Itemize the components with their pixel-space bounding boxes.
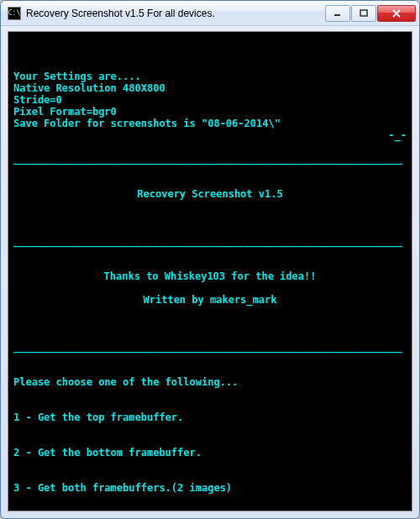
window-title: Recovery Screenshot v1.5 For all devices… (26, 8, 324, 19)
app-window: C:\ Recovery Screenshot v1.5 For all dev… (0, 0, 420, 519)
maximize-button[interactable] (351, 5, 376, 22)
close-button[interactable] (377, 5, 416, 22)
settings-resolution: Native Resolution 480X800 (13, 82, 165, 94)
console-output: Your Settings are.... Native Resolution … (8, 31, 412, 511)
divider-line: ________________________________________… (13, 235, 402, 247)
settings-pixel-format: Pixel Format=bgr0 (13, 106, 117, 118)
divider-trail: -_- (13, 129, 407, 141)
credit-line-2: Written by makers_mark (13, 294, 407, 306)
minimize-button[interactable] (325, 5, 350, 22)
svg-rect-1 (360, 10, 367, 16)
window-controls (324, 5, 416, 22)
divider-line: ________________________________________… (13, 341, 402, 353)
menu-item: 1 - Get the top framebuffer. (13, 412, 183, 423)
settings-save-folder: Save Folder for screenshots is "08-06-20… (13, 118, 281, 129)
cmd-icon: C:\ (8, 7, 21, 20)
titlebar[interactable]: C:\ Recovery Screenshot v1.5 For all dev… (1, 1, 419, 26)
menu-item: 3 - Get both framebuffers.(2 images) (13, 482, 232, 494)
divider-line: ________________________________________… (13, 153, 402, 165)
app-banner-title: Recovery Screenshot v1.5 (13, 188, 407, 200)
credit-line-1: Thanks to Whiskey103 for the idea!! (13, 270, 407, 282)
menu-prompt: Please choose one of the following... (13, 376, 238, 388)
settings-stride: Stride=0 (13, 94, 62, 106)
menu-item: 2 - Get the bottom framebuffer. (13, 447, 202, 459)
settings-header: Your Settings are.... (13, 71, 141, 82)
